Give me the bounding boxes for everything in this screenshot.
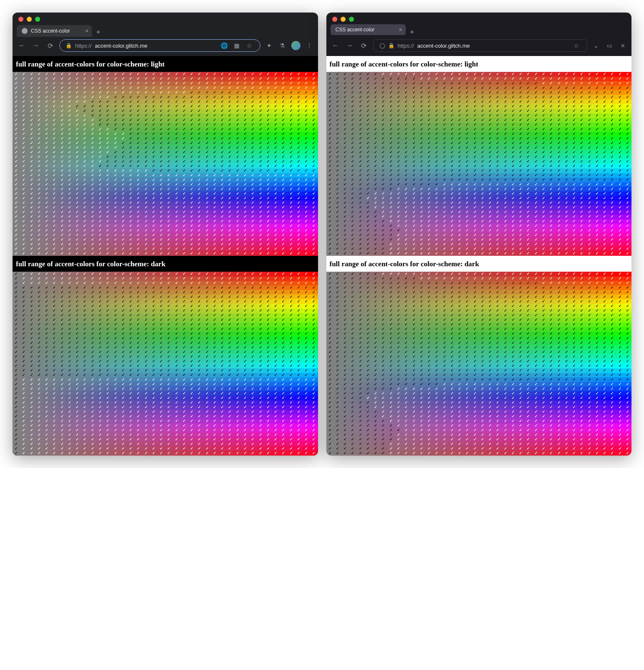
accent-checkbox[interactable]: ✓ [349,95,356,99]
accent-checkbox[interactable]: ✓ [74,219,81,224]
accent-checkbox[interactable]: ✓ [150,251,158,256]
accent-checkbox[interactable]: ✓ [395,437,402,442]
accent-checkbox[interactable]: ✓ [555,345,563,350]
accent-checkbox[interactable]: ✓ [196,364,203,368]
accent-checkbox[interactable]: ✓ [433,81,440,86]
accent-checkbox[interactable]: ✓ [349,373,356,377]
accent-checkbox[interactable]: ✓ [410,136,417,141]
accent-checkbox[interactable]: ✓ [471,336,479,341]
accent-checkbox[interactable]: ✓ [204,214,211,219]
accent-checkbox[interactable]: ✓ [97,382,104,387]
accent-checkbox[interactable]: ✓ [624,182,631,187]
accent-checkbox[interactable]: ✓ [364,285,372,290]
accent-checkbox[interactable]: ✓ [28,391,36,396]
accent-checkbox[interactable]: ✓ [112,178,119,182]
accent-checkbox[interactable]: ✓ [280,122,287,127]
accent-checkbox[interactable]: ✓ [364,76,372,81]
accent-checkbox[interactable]: ✓ [578,104,585,109]
accent-checkbox[interactable]: ✓ [410,141,417,145]
accent-checkbox[interactable]: ✓ [601,191,608,196]
accent-checkbox[interactable]: ✓ [234,377,242,382]
accent-checkbox[interactable]: ✓ [463,210,471,214]
accent-checkbox[interactable]: ✓ [364,228,372,233]
accent-checkbox[interactable]: ✓ [181,233,188,237]
accent-checkbox[interactable]: ✓ [81,210,89,214]
accent-checkbox[interactable]: ✓ [448,322,456,327]
accent-checkbox[interactable]: ✓ [188,308,196,313]
accent-checkbox[interactable]: ✓ [280,136,287,141]
accent-checkbox[interactable]: ✓ [303,191,310,196]
accent-checkbox[interactable]: ✓ [112,122,119,127]
accent-checkbox[interactable]: ✓ [127,173,135,178]
accent-checkbox[interactable]: ✓ [593,368,601,373]
accent-checkbox[interactable]: ✓ [517,122,524,127]
accent-checkbox[interactable]: ✓ [402,336,410,341]
accent-checkbox[interactable]: ✓ [74,224,81,228]
accent-checkbox[interactable]: ✓ [547,364,555,368]
accent-checkbox[interactable]: ✓ [36,423,43,428]
accent-checkbox[interactable]: ✓ [43,281,51,285]
accent-checkbox[interactable]: ✓ [402,327,410,331]
accent-checkbox[interactable]: ✓ [127,327,135,331]
accent-checkbox[interactable]: ✓ [150,247,158,251]
accent-checkbox[interactable]: ✓ [563,304,570,308]
accent-checkbox[interactable]: ✓ [326,95,334,99]
accent-checkbox[interactable]: ✓ [395,113,402,118]
accent-checkbox[interactable]: ✓ [13,396,20,400]
accent-checkbox[interactable]: ✓ [616,159,624,164]
accent-checkbox[interactable]: ✓ [395,214,402,219]
accent-checkbox[interactable]: ✓ [196,295,203,299]
accent-checkbox[interactable]: ✓ [142,350,150,354]
accent-checkbox[interactable]: ✓ [486,201,494,205]
accent-checkbox[interactable]: ✓ [28,437,36,442]
accent-checkbox[interactable]: ✓ [120,414,127,419]
accent-checkbox[interactable]: ✓ [81,178,89,182]
accent-checkbox[interactable]: ✓ [211,228,219,233]
accent-checkbox[interactable]: ✓ [20,410,28,414]
accent-checkbox[interactable]: ✓ [357,276,364,281]
accent-checkbox[interactable]: ✓ [395,178,402,182]
accent-checkbox[interactable]: ✓ [372,228,379,233]
accent-checkbox[interactable]: ✓ [66,295,74,299]
accent-checkbox[interactable]: ✓ [585,122,593,127]
accent-checkbox[interactable]: ✓ [578,118,585,122]
accent-checkbox[interactable]: ✓ [127,95,135,99]
accent-checkbox[interactable]: ✓ [303,86,310,90]
accent-checkbox[interactable]: ✓ [97,433,104,437]
accent-checkbox[interactable]: ✓ [28,159,36,164]
accent-checkbox[interactable]: ✓ [295,281,303,285]
accent-checkbox[interactable]: ✓ [463,247,471,251]
accent-checkbox[interactable]: ✓ [196,428,203,433]
accent-checkbox[interactable]: ✓ [249,155,257,159]
accent-checkbox[interactable]: ✓ [165,437,173,442]
accent-checkbox[interactable]: ✓ [440,251,448,256]
accent-checkbox[interactable]: ✓ [570,159,578,164]
accent-checkbox[interactable]: ✓ [51,318,58,322]
accent-checkbox[interactable]: ✓ [242,178,249,182]
accent-checkbox[interactable]: ✓ [219,210,226,214]
accent-checkbox[interactable]: ✓ [448,168,456,173]
accent-checkbox[interactable]: ✓ [196,113,203,118]
accent-checkbox[interactable]: ✓ [440,150,448,155]
accent-checkbox[interactable]: ✓ [59,187,66,191]
accent-checkbox[interactable]: ✓ [616,331,624,336]
accent-checkbox[interactable]: ✓ [593,322,601,327]
accent-checkbox[interactable]: ✓ [89,359,97,364]
accent-checkbox[interactable]: ✓ [334,391,341,396]
accent-checkbox[interactable]: ✓ [28,219,36,224]
accent-checkbox[interactable]: ✓ [410,90,417,95]
accent-checkbox[interactable]: ✓ [471,373,479,377]
accent-checkbox[interactable]: ✓ [509,150,517,155]
accent-checkbox[interactable]: ✓ [357,446,364,451]
accent-checkbox[interactable]: ✓ [624,214,631,219]
accent-checkbox[interactable]: ✓ [310,327,318,331]
accent-checkbox[interactable]: ✓ [563,382,570,387]
accent-checkbox[interactable]: ✓ [425,364,433,368]
accent-checkbox[interactable]: ✓ [471,247,479,251]
accent-checkbox[interactable]: ✓ [608,99,616,104]
accent-checkbox[interactable]: ✓ [310,173,318,178]
accent-checkbox[interactable]: ✓ [127,433,135,437]
accent-checkbox[interactable]: ✓ [165,345,173,350]
accent-checkbox[interactable]: ✓ [593,364,601,368]
accent-checkbox[interactable]: ✓ [265,76,272,81]
